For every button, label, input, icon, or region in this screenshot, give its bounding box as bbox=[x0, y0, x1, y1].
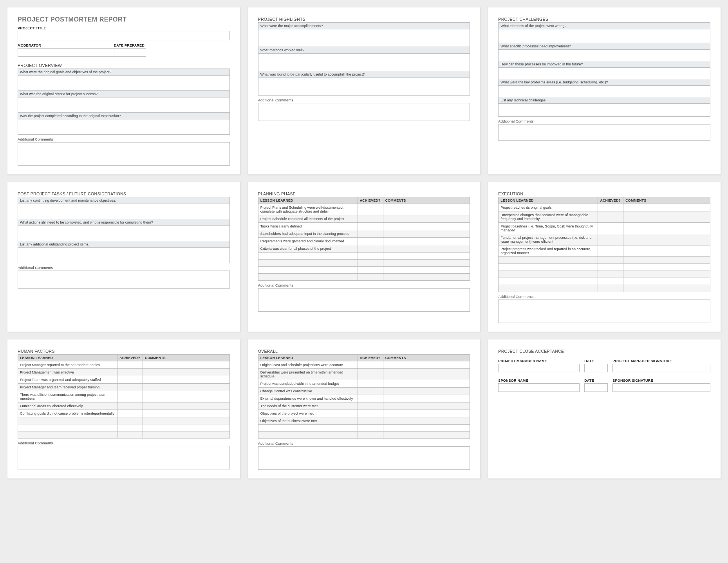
achieved-cell[interactable] bbox=[358, 402, 383, 410]
challenges-q3-input[interactable] bbox=[498, 67, 710, 79]
comments-cell[interactable] bbox=[143, 431, 229, 438]
comments-cell[interactable] bbox=[383, 388, 470, 395]
achieved-cell[interactable] bbox=[358, 361, 383, 369]
achieved-cell[interactable] bbox=[358, 245, 383, 253]
planning-additional-input[interactable] bbox=[258, 288, 470, 312]
achieved-cell[interactable] bbox=[117, 410, 143, 417]
achieved-cell[interactable] bbox=[117, 431, 143, 438]
highlights-q3-input[interactable] bbox=[258, 78, 470, 96]
achieved-cell[interactable] bbox=[358, 215, 383, 223]
challenges-q4-input[interactable] bbox=[498, 85, 710, 97]
achieved-cell[interactable] bbox=[598, 245, 623, 257]
achieved-cell[interactable] bbox=[358, 369, 383, 380]
achieved-cell[interactable] bbox=[117, 369, 143, 376]
comments-cell[interactable] bbox=[383, 361, 470, 369]
comments-cell[interactable] bbox=[143, 424, 229, 431]
highlights-additional-input[interactable] bbox=[258, 103, 470, 121]
achieved-cell[interactable] bbox=[358, 274, 383, 281]
sponsor-name-input[interactable] bbox=[498, 383, 580, 392]
highlights-q1-input[interactable] bbox=[258, 29, 470, 47]
execution-additional-input[interactable] bbox=[498, 300, 710, 323]
comments-cell[interactable] bbox=[623, 285, 710, 292]
pm-date-input[interactable] bbox=[584, 364, 608, 372]
comments-cell[interactable] bbox=[383, 223, 470, 230]
comments-cell[interactable] bbox=[623, 257, 710, 264]
overview-additional-input[interactable] bbox=[18, 142, 230, 166]
achieved-cell[interactable] bbox=[358, 230, 383, 238]
comments-cell[interactable] bbox=[383, 215, 470, 223]
comments-cell[interactable] bbox=[383, 410, 470, 417]
comments-cell[interactable] bbox=[623, 264, 710, 271]
overview-q1-input[interactable] bbox=[18, 75, 230, 91]
comments-cell[interactable] bbox=[383, 402, 470, 410]
comments-cell[interactable] bbox=[143, 391, 229, 402]
comments-cell[interactable] bbox=[383, 238, 470, 245]
achieved-cell[interactable] bbox=[358, 395, 383, 402]
achieved-cell[interactable] bbox=[598, 211, 623, 223]
challenges-q1-input[interactable] bbox=[498, 29, 710, 43]
comments-cell[interactable] bbox=[383, 425, 470, 432]
comments-cell[interactable] bbox=[143, 402, 229, 410]
achieved-cell[interactable] bbox=[358, 223, 383, 230]
comments-cell[interactable] bbox=[383, 369, 470, 380]
comments-cell[interactable] bbox=[143, 361, 229, 369]
achieved-cell[interactable] bbox=[358, 410, 383, 417]
achieved-cell[interactable] bbox=[598, 271, 623, 278]
achieved-cell[interactable] bbox=[117, 361, 143, 369]
comments-cell[interactable] bbox=[623, 278, 710, 285]
achieved-cell[interactable] bbox=[358, 388, 383, 395]
comments-cell[interactable] bbox=[623, 204, 710, 211]
challenges-q2-input[interactable] bbox=[498, 49, 710, 61]
postproject-q3-input[interactable] bbox=[18, 247, 230, 263]
comments-cell[interactable] bbox=[383, 204, 470, 215]
overview-q3-input[interactable] bbox=[18, 119, 230, 135]
comments-cell[interactable] bbox=[383, 395, 470, 402]
achieved-cell[interactable] bbox=[358, 238, 383, 245]
achieved-cell[interactable] bbox=[358, 260, 383, 267]
highlights-q2-input[interactable] bbox=[258, 53, 470, 71]
achieved-cell[interactable] bbox=[598, 257, 623, 264]
overall-additional-input[interactable] bbox=[258, 446, 470, 470]
comments-cell[interactable] bbox=[143, 417, 229, 424]
comments-cell[interactable] bbox=[383, 267, 470, 274]
achieved-cell[interactable] bbox=[358, 204, 383, 215]
comments-cell[interactable] bbox=[623, 271, 710, 278]
comments-cell[interactable] bbox=[623, 211, 710, 223]
achieved-cell[interactable] bbox=[598, 204, 623, 211]
comments-cell[interactable] bbox=[383, 432, 470, 439]
comments-cell[interactable] bbox=[143, 384, 229, 391]
achieved-cell[interactable] bbox=[117, 417, 143, 424]
human-additional-input[interactable] bbox=[18, 446, 230, 469]
achieved-cell[interactable] bbox=[358, 253, 383, 260]
postproject-q1-input[interactable] bbox=[18, 204, 230, 219]
comments-cell[interactable] bbox=[383, 253, 470, 260]
challenges-additional-input[interactable] bbox=[498, 124, 710, 141]
achieved-cell[interactable] bbox=[598, 278, 623, 285]
comments-cell[interactable] bbox=[383, 260, 470, 267]
comments-cell[interactable] bbox=[143, 376, 229, 384]
achieved-cell[interactable] bbox=[117, 384, 143, 391]
achieved-cell[interactable] bbox=[598, 264, 623, 271]
sponsor-sig-input[interactable] bbox=[612, 383, 710, 392]
moderator-input[interactable] bbox=[18, 48, 114, 57]
comments-cell[interactable] bbox=[383, 417, 470, 425]
achieved-cell[interactable] bbox=[358, 267, 383, 274]
comments-cell[interactable] bbox=[383, 380, 470, 388]
achieved-cell[interactable] bbox=[598, 285, 623, 292]
comments-cell[interactable] bbox=[143, 369, 229, 376]
achieved-cell[interactable] bbox=[358, 432, 383, 439]
postproject-q2-input[interactable] bbox=[18, 226, 230, 241]
achieved-cell[interactable] bbox=[598, 223, 623, 234]
comments-cell[interactable] bbox=[143, 410, 229, 417]
postproject-additional-input[interactable] bbox=[18, 271, 230, 289]
overview-q2-input[interactable] bbox=[18, 97, 230, 113]
comments-cell[interactable] bbox=[383, 245, 470, 253]
comments-cell[interactable] bbox=[623, 234, 710, 245]
project-title-input[interactable] bbox=[18, 31, 230, 40]
achieved-cell[interactable] bbox=[117, 391, 143, 402]
sponsor-date-input[interactable] bbox=[584, 383, 608, 392]
achieved-cell[interactable] bbox=[598, 234, 623, 245]
achieved-cell[interactable] bbox=[358, 380, 383, 388]
achieved-cell[interactable] bbox=[117, 424, 143, 431]
achieved-cell[interactable] bbox=[358, 417, 383, 425]
